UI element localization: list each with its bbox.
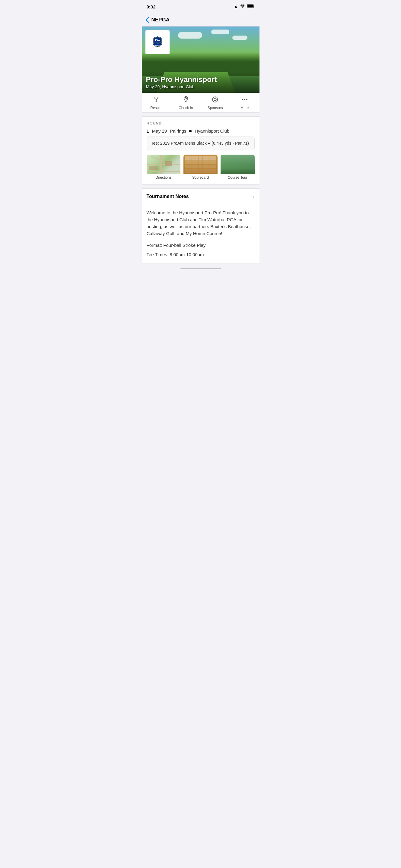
notes-text: Welcome to the Hyannisport Pro-Pro! Than… [147,209,255,237]
hero-title: Pro-Pro Hyannisport [146,75,255,84]
cloud-decoration [211,30,229,34]
hero-image: PGA OF AMERICA 1916 NEW ENGLAND Pro-Pro … [142,27,259,93]
nav-bar: NEPGA [142,13,259,27]
notes-header[interactable]: Tournament Notes › [142,189,259,205]
svg-text:1916: 1916 [156,43,159,44]
tournament-notes-card: Tournament Notes › Welcome to the Hyanni… [142,188,259,264]
sc-cell [185,156,188,160]
tab-check-in[interactable]: Check In [171,93,201,113]
page-title: NEPGA [151,17,170,23]
sc-cell [188,164,192,169]
svg-point-9 [242,99,243,100]
sc-cell [199,169,202,173]
tee-info-text: Tee: 2019 ProAm Mens Black ● (6,443 yds … [151,141,250,147]
sc-cell [185,169,188,173]
sc-cell [195,160,199,164]
sc-cell [209,156,213,160]
cloud-decoration [178,32,202,38]
sc-cell [213,169,216,173]
map-road [147,171,181,172]
round-dot [189,130,192,132]
sc-cell [213,164,216,169]
sc-cell [206,156,209,160]
map-building [149,166,158,170]
sc-cell [192,164,195,169]
map-road [150,155,167,164]
svg-rect-1 [248,5,253,7]
sc-cell [188,160,192,164]
status-icons: ▲ [233,4,255,9]
notes-tee-times: Tee Times: 8:00am-10:00am [147,252,255,257]
notes-format: Format: Four-ball Stroke Play [147,243,255,248]
results-label: Results [150,106,162,110]
sc-cell [195,169,199,173]
sc-cell [195,156,199,160]
map-road [147,164,181,165]
pga-logo: PGA OF AMERICA 1916 NEW ENGLAND [145,30,170,54]
sc-cell [213,156,216,160]
chevron-right-icon: › [253,193,255,200]
directions-card[interactable]: Directions [147,155,181,180]
sc-cell [209,160,213,164]
scorecard-label: Scorecard [183,174,218,180]
sponsors-label: Sponsors [208,106,223,110]
sc-cell [202,169,206,173]
tab-bar: Results Check In Sponsors [142,93,259,113]
svg-text:PGA: PGA [155,39,160,41]
course-tour-card[interactable]: Course Tour [221,155,255,180]
hero-overlay: Pro-Pro Hyannisport May 29, Hyannisport … [142,72,259,93]
tab-results[interactable]: Results [142,93,171,113]
check-in-icon [182,96,190,105]
sc-cell [202,156,206,160]
back-button[interactable] [145,17,149,23]
sc-cell [213,160,216,164]
cloud-decoration [232,36,248,40]
sc-cell [192,156,195,160]
check-in-label: Check In [179,106,193,110]
sc-cell [188,169,192,173]
content: Round 1 May 29 Pairings Hyannisport Club… [142,116,259,264]
sc-cell [206,160,209,164]
sc-cell [199,160,202,164]
svg-point-11 [246,99,248,100]
home-indicator [180,268,221,269]
tab-sponsors[interactable]: Sponsors [201,93,230,113]
directions-label: Directions [147,174,181,180]
results-icon [153,96,160,105]
svg-point-8 [214,98,216,101]
course-gradient [221,168,255,174]
svg-point-10 [244,99,245,100]
scorecard-thumbnail [183,155,218,174]
sc-cell [195,164,199,169]
notes-title: Tournament Notes [147,194,189,199]
round-section-title: Round [147,121,255,125]
notch-icon: ▲ [233,4,238,9]
map-building [165,161,172,166]
directions-thumbnail [147,155,181,174]
battery-icon [247,4,255,9]
hero-subtitle: May 29, Hyannisport Club [146,84,255,89]
round-info-row: 1 May 29 Pairings Hyannisport Club [147,128,255,133]
wifi-icon [240,4,245,9]
sc-cell [188,156,192,160]
svg-text:NEW ENGLAND: NEW ENGLAND [153,44,162,46]
svg-text:OF AMERICA: OF AMERICA [154,41,161,43]
tab-more[interactable]: More [230,93,259,113]
round-number: 1 [147,128,149,133]
more-icon [241,96,248,105]
sc-cell [209,169,213,173]
sc-cell [185,160,188,164]
scorecard-card[interactable]: Scorecard [183,155,218,180]
round-pairings: Pairings [170,128,186,133]
sponsors-icon [211,96,219,105]
notes-body: Welcome to the Hyannisport Pro-Pro! Than… [142,205,259,263]
course-tour-thumbnail [221,155,255,174]
sc-cell [206,169,209,173]
sc-cell [206,164,209,169]
sc-cell [192,169,195,173]
sc-cell [209,164,213,169]
tee-info-box: Tee: 2019 ProAm Mens Black ● (6,443 yds … [147,136,255,150]
round-venue: Hyannisport Club [195,128,229,133]
round-section: Round 1 May 29 Pairings Hyannisport Club… [142,116,259,185]
bottom-bar [142,264,259,274]
